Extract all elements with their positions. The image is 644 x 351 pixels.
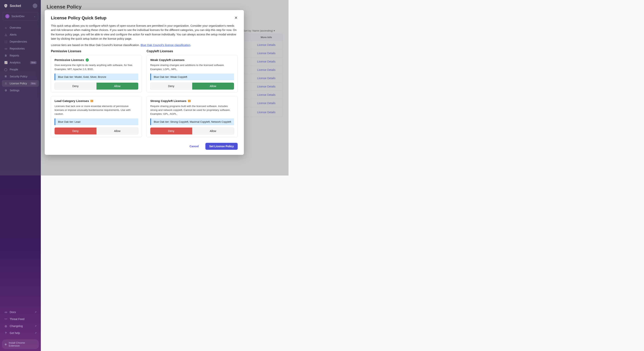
modal-intro: This quick setup allows you to configure…: [51, 24, 238, 41]
weak-copyleft-card: Weak Copyleft Licenses Require sharing c…: [146, 55, 238, 93]
copyleft-column: Copyleft Licenses Weak Copyleft Licenses…: [146, 50, 238, 141]
permissive-card-title: Permissive Licenses: [54, 58, 84, 62]
weak-deny-button[interactable]: Deny: [150, 83, 192, 90]
quick-setup-modal: License Policy Quick Setup ✕ This quick …: [45, 10, 244, 155]
lead-deny-button[interactable]: Deny: [54, 128, 96, 135]
permissive-card: Permissive Licenses ✓ Give everyone the …: [51, 55, 142, 93]
cancel-button[interactable]: Cancel: [186, 143, 203, 150]
warning-triangle-icon: [90, 100, 93, 102]
modal-tiers-note: License tiers are based on the Blue Oak …: [51, 43, 238, 47]
strong-deny-button[interactable]: Deny: [150, 128, 192, 135]
modal-title: License Policy Quick Setup: [51, 16, 106, 21]
weak-tier: Blue Oak tier: Weak Copyleft: [150, 74, 234, 80]
permissive-tier: Blue Oak tier: Model, Gold, Silver, Bron…: [54, 74, 138, 80]
copyleft-heading: Copyleft Licenses: [146, 50, 238, 53]
modal-overlay: License Policy Quick Setup ✕ This quick …: [0, 0, 288, 176]
permissive-allow-button[interactable]: Allow: [96, 83, 138, 90]
check-circle-icon: ✓: [86, 59, 89, 62]
strong-tier: Blue Oak tier: Strong Copyleft, Maximal …: [150, 118, 234, 125]
lead-card-desc: Licenses that lack one or more essential…: [54, 104, 138, 116]
permissive-card-desc: Give everyone the right to do nearly any…: [54, 63, 138, 71]
permissive-heading: Permissive Licenses: [51, 50, 142, 53]
close-icon[interactable]: ✕: [234, 16, 238, 20]
strong-card-title: Strong Copyleft Licenses: [150, 99, 186, 103]
lead-card: Lead Category Licenses Licenses that lac…: [51, 96, 142, 137]
blue-oak-link[interactable]: Blue Oak Council's license classificatio…: [140, 44, 190, 47]
permissive-deny-button[interactable]: Deny: [54, 83, 96, 90]
strong-allow-button[interactable]: Allow: [192, 128, 234, 135]
strong-copyleft-card: Strong Copyleft Licenses Require sharing…: [146, 96, 238, 137]
set-license-policy-button[interactable]: Set License Policy: [206, 143, 238, 150]
lead-card-title: Lead Category Licenses: [54, 99, 89, 103]
weak-allow-button[interactable]: Allow: [192, 83, 234, 90]
weak-card-title: Weak Copyleft Licenses: [150, 58, 184, 62]
strong-card-desc: Require sharing programs built with the …: [150, 104, 234, 116]
warning-triangle-icon: [188, 100, 191, 102]
lead-allow-button[interactable]: Allow: [96, 128, 138, 135]
lead-tier: Blue Oak tier: Lead: [54, 118, 138, 125]
weak-card-desc: Require sharing changes and additions to…: [150, 63, 234, 71]
permissive-column: Permissive Licenses Permissive Licenses …: [51, 50, 142, 141]
